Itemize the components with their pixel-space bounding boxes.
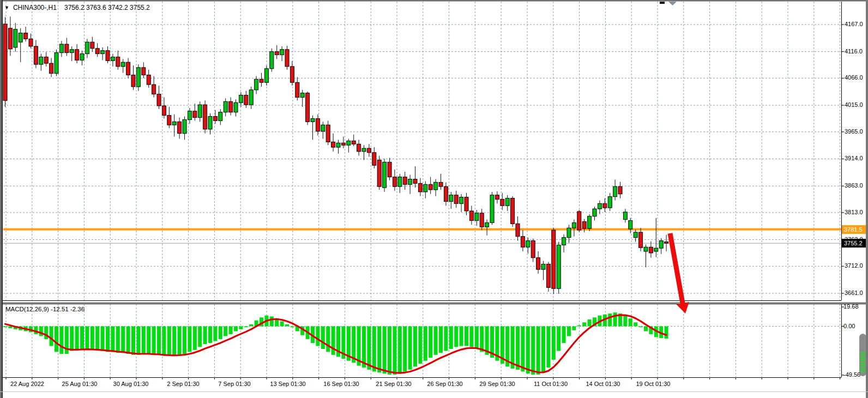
window-border-left-inner: [2, 0, 3, 398]
time-tick-label: 30 Aug 01:30: [113, 381, 149, 387]
window-border-right: [866, 0, 868, 398]
macd-indicator-label: MACD(12,26,9) -12.51 -2.36: [5, 306, 85, 312]
price-tick-label: 3863.0: [845, 182, 863, 189]
bid-price-tag: 3755.2: [842, 239, 868, 248]
time-tick-label: 26 Sep 01:30: [427, 381, 462, 387]
time-tick-label: 14 Oct 01:30: [586, 381, 620, 387]
price-tick-label: 3661.0: [845, 290, 863, 296]
price-tick-label: 3712.0: [845, 262, 863, 269]
collapse-icon[interactable]: ▼: [4, 5, 9, 10]
trend-arrow[interactable]: [668, 233, 689, 313]
time-tick-label: 2 Sep 01:30: [167, 381, 199, 387]
price-tick-label: 4066.0: [845, 74, 863, 81]
time-tick-label: 25 Aug 01:30: [62, 381, 98, 387]
time-tick-label: 19 Oct 01:30: [636, 381, 671, 387]
price-tick-label: 4116.0: [845, 48, 863, 55]
window-border-top-inner: [0, 1, 868, 2]
chart-title: ▼CHINA300-,H13756.2 3763.6 3742.2 3755.2: [4, 4, 150, 11]
chart-window: ▼CHINA300-,H13756.2 3763.6 3742.2 3755.2…: [0, 0, 868, 398]
horizontal-line: [3, 228, 841, 231]
hline-price-tag[interactable]: 3781.5: [842, 225, 868, 234]
price-tick-label: 3813.0: [845, 209, 863, 215]
time-tick-label: 22 Aug 2022: [10, 381, 44, 387]
window-border-bottom: [0, 391, 868, 392]
axes-frame: [2, 2, 866, 379]
price-tick-label: 4167.0: [845, 21, 863, 27]
symbol-timeframe-label: CHINA300-,H1: [13, 4, 57, 11]
chart-canvas[interactable]: [0, 0, 868, 398]
price-tick-label: 3914.0: [845, 155, 863, 161]
macd-histogram-layer: [3, 312, 668, 375]
time-tick-label: 29 Sep 01:30: [479, 381, 515, 387]
time-tick-label: 7 Sep 01:30: [218, 381, 250, 387]
time-tick-label: 16 Sep 01:30: [323, 381, 359, 387]
price-lines-layer[interactable]: [3, 228, 841, 244]
price-tick-label: 3965.0: [845, 128, 863, 135]
time-tick-label: 11 Oct 01:30: [534, 381, 568, 387]
price-tick-label: 4015.0: [845, 101, 863, 108]
ohlc-quote-label: 3756.2 3763.6 3742.2 3755.2: [64, 4, 150, 11]
macd-tick-label: 0.00: [843, 323, 855, 329]
time-tick-label: 13 Sep 01:30: [270, 381, 305, 387]
candles-layer: [3, 16, 668, 294]
time-tick-label: 21 Sep 01:30: [376, 381, 411, 387]
macd-tick-label: -49.56: [843, 371, 860, 378]
macd-tick-label: 19.68: [843, 303, 859, 310]
